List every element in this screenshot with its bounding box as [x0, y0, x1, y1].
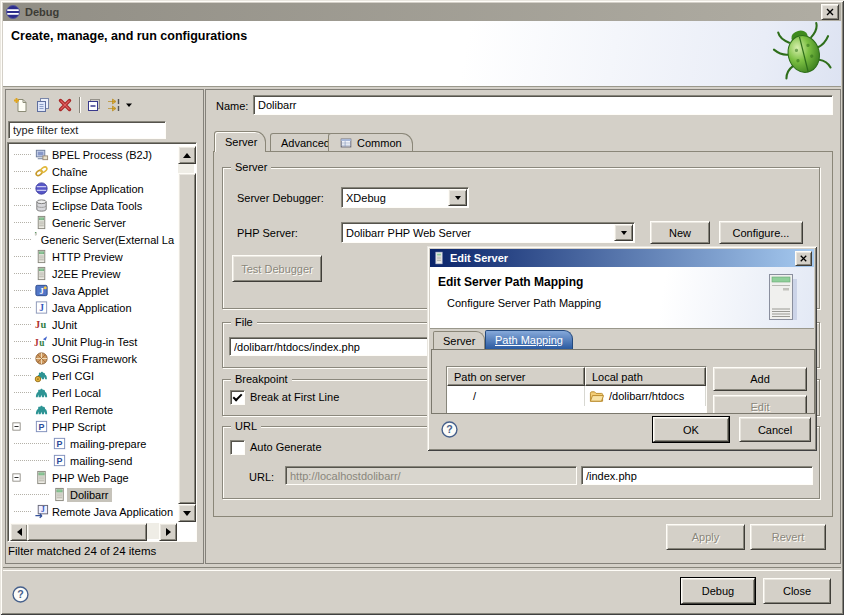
- path-mapping-rows: //dolibarr/htdocs: [447, 386, 706, 414]
- horizontal-scroll-thumb[interactable]: [27, 523, 147, 541]
- tree-connector: [10, 180, 34, 197]
- tree-item-php-script[interactable]: PPHP Script: [10, 418, 177, 435]
- server-icon: [34, 266, 49, 281]
- php-server-dropdown-button[interactable]: [614, 224, 633, 241]
- new-configuration-button[interactable]: [10, 95, 32, 115]
- tree-item-generic-server-external-la[interactable]: Generic Server(External La: [10, 231, 177, 248]
- server-icon: [432, 251, 446, 265]
- url-path-input[interactable]: [581, 466, 813, 485]
- tree-item-mailing-prepare[interactable]: Pmailing-prepare: [10, 435, 177, 452]
- collapse-all-button[interactable]: [83, 95, 105, 115]
- perl-cgi-icon: [34, 368, 49, 383]
- column-header-local-path[interactable]: Local path: [585, 367, 706, 386]
- eclipse-app-icon: [34, 181, 49, 196]
- db-icon: [34, 198, 49, 213]
- tree-item-junit-plug-in-test[interactable]: JuJUnit Plug-in Test: [10, 333, 177, 350]
- filter-input[interactable]: [8, 121, 166, 139]
- scroll-up-button[interactable]: [178, 146, 196, 164]
- ok-button-label: OK: [683, 424, 699, 436]
- tree-item-label: mailing-prepare: [67, 437, 149, 451]
- edit-server-titlebar[interactable]: Edit Server: [430, 249, 814, 267]
- tree-item-label: HTTP Preview: [49, 250, 126, 264]
- add-mapping-button[interactable]: Add: [713, 367, 807, 391]
- path-mapping-table[interactable]: Path on server Local path //dolibarr/htd…: [446, 366, 707, 414]
- tab-common[interactable]: Common: [328, 133, 413, 152]
- tree-connector: [10, 163, 34, 180]
- server-debugger-select[interactable]: XDebug: [341, 187, 469, 208]
- filter-button[interactable]: [105, 95, 135, 115]
- ok-button[interactable]: OK: [653, 417, 729, 442]
- debug-button[interactable]: Debug: [681, 578, 755, 604]
- tree-item-dolibarr[interactable]: Dolibarr: [10, 486, 177, 503]
- column-header-path-on-server[interactable]: Path on server: [447, 367, 585, 386]
- auto-generate-checkbox[interactable]: [230, 440, 245, 455]
- server-debugger-value: XDebug: [342, 192, 447, 204]
- tree-item-perl-remote[interactable]: Perl Remote: [10, 401, 177, 418]
- tree-item-perl-local[interactable]: Perl Local: [10, 384, 177, 401]
- vertical-scroll-thumb[interactable]: [178, 173, 196, 504]
- tree-connector: [10, 435, 52, 452]
- window-titlebar[interactable]: Debug: [3, 3, 841, 21]
- dialog-tab-path-mapping[interactable]: Path Mapping: [485, 330, 573, 349]
- server-debugger-dropdown-button[interactable]: [448, 189, 467, 206]
- tree-item-perl-cgi[interactable]: Perl CGI: [10, 367, 177, 384]
- scroll-down-button[interactable]: [178, 504, 196, 522]
- tree-item-remote-java-application[interactable]: JRemote Java Application: [10, 503, 177, 520]
- sidebar-toolbar: [10, 94, 135, 116]
- new-server-button-label: New: [669, 227, 691, 239]
- delete-configuration-button[interactable]: [54, 95, 76, 115]
- test-debugger-button[interactable]: Test Debugger: [232, 255, 322, 282]
- configure-server-button[interactable]: Configure...: [719, 221, 803, 244]
- new-server-button[interactable]: New: [650, 221, 710, 244]
- tree-item-java-application[interactable]: JJava Application: [10, 299, 177, 316]
- svg-text:P: P: [57, 439, 63, 449]
- tree-vertical-scrollbar[interactable]: [178, 146, 194, 522]
- tree-item-java-applet[interactable]: JJava Applet: [10, 282, 177, 299]
- edit-mapping-button[interactable]: Edit: [713, 395, 807, 414]
- php-server-select[interactable]: Dolibarr PHP Web Server: [341, 222, 635, 243]
- break-at-first-line-checkbox[interactable]: [230, 390, 245, 405]
- scroll-right-button[interactable]: [159, 523, 177, 541]
- tree-item-eclipse-data-tools[interactable]: Eclipse Data Tools: [10, 197, 177, 214]
- tree-item-mailing-send[interactable]: Pmailing-send: [10, 452, 177, 469]
- collapse-expander-icon[interactable]: [10, 469, 34, 486]
- tree-item-eclipse-application[interactable]: Eclipse Application: [10, 180, 177, 197]
- path-mapping-row[interactable]: //dolibarr/htdocs: [447, 386, 706, 406]
- tree-item-osgi-framework[interactable]: OSGi Framework: [10, 350, 177, 367]
- php-icon: P: [52, 436, 67, 451]
- filter-icon: [107, 97, 123, 113]
- wizard-banner: Create, manage, and run configurations: [3, 21, 841, 87]
- window-close-button[interactable]: [821, 4, 839, 20]
- configuration-name-input[interactable]: [253, 95, 833, 115]
- help-icon[interactable]: ?: [12, 586, 29, 603]
- tree-item-j2ee-preview[interactable]: J2EE Preview: [10, 265, 177, 282]
- breakpoint-group-legend: Breakpoint: [231, 372, 292, 386]
- url-base-input[interactable]: [285, 466, 577, 485]
- local-path-text: /dolibarr/htdocs: [609, 390, 684, 402]
- apply-button[interactable]: Apply: [666, 524, 745, 550]
- duplicate-configuration-button[interactable]: [32, 95, 54, 115]
- tree-connector: [10, 248, 34, 265]
- collapse-expander-icon[interactable]: [10, 418, 34, 435]
- cancel-button[interactable]: Cancel: [739, 417, 811, 442]
- dialog-help-icon[interactable]: ?: [441, 421, 458, 438]
- php-icon: P: [34, 419, 49, 434]
- svg-text:u: u: [39, 338, 44, 348]
- test-debugger-button-label: Test Debugger: [241, 263, 313, 275]
- cancel-button-label: Cancel: [758, 424, 792, 436]
- tree-horizontal-scrollbar[interactable]: [10, 523, 177, 539]
- tree-item-bpel-process-b2j[interactable]: BPEL Process (B2J): [10, 146, 177, 163]
- scroll-left-button[interactable]: [10, 523, 28, 541]
- close-button[interactable]: Close: [763, 578, 831, 604]
- tree-item-cha-ne[interactable]: Chaîne: [10, 163, 177, 180]
- tree-item-http-preview[interactable]: HTTP Preview: [10, 248, 177, 265]
- chain-icon: [34, 164, 49, 179]
- tab-server[interactable]: Server: [214, 131, 266, 152]
- revert-button[interactable]: Revert: [750, 524, 826, 550]
- tree-item-generic-server[interactable]: Generic Server: [10, 214, 177, 231]
- bpel-icon: [34, 147, 49, 162]
- dialog-tab-server[interactable]: Server: [433, 331, 485, 349]
- tree-item-junit[interactable]: JuJUnit: [10, 316, 177, 333]
- edit-server-close-button[interactable]: [795, 251, 812, 266]
- tree-item-php-web-page[interactable]: PHP Web Page: [10, 469, 177, 486]
